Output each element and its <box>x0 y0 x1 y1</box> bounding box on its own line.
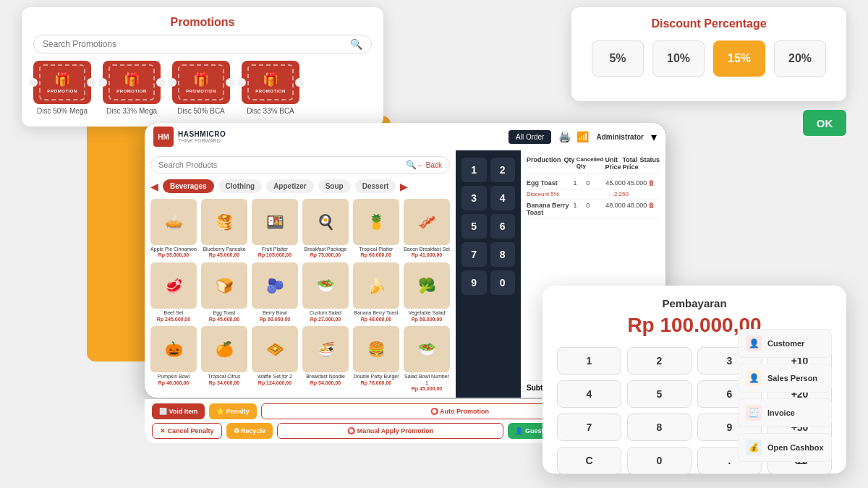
pay-num-btn-0[interactable]: 1 <box>557 347 621 374</box>
cancel-penalty-btn[interactable]: ✕ Cancel Penalty <box>152 423 222 439</box>
numpad-btn-0[interactable]: 0 <box>490 270 516 295</box>
numpad-section: 1234567890 <box>456 150 521 398</box>
pay-side-icon-1: 👤 <box>746 370 762 386</box>
product-card-3[interactable]: 🍳 Breakfast Package Rp 75.000,00 <box>302 199 349 258</box>
cat-clothing[interactable]: Clothing <box>218 179 263 193</box>
cat-beverages[interactable]: Beverages <box>163 179 214 193</box>
pay-num-btn-1[interactable]: 2 <box>627 347 692 374</box>
payment-title: Pembayaran <box>557 297 832 309</box>
pay-num-btn-13[interactable]: 0 <box>627 447 692 474</box>
numpad-btn-4[interactable]: 4 <box>490 186 516 210</box>
product-card-4[interactable]: 🍍 Tropical Platter Rp 60.000,00 <box>353 199 399 258</box>
order-status-1: 🗑 <box>648 179 660 187</box>
promo-ticket-0: 🎁 PROMOTION <box>33 61 91 104</box>
ok-button[interactable]: OK <box>803 110 846 136</box>
product-card-10[interactable]: 🍌 Banana Berry Toast Rp 48.000,00 <box>353 262 399 322</box>
product-img-11: 🥦 <box>404 262 450 309</box>
numpad-grid: 1234567890 <box>461 158 515 295</box>
product-name-16: Double Patty Burger <box>353 374 399 380</box>
cat-prev-arrow[interactable]: ◀ <box>150 181 158 192</box>
numpad-btn-7[interactable]: 7 <box>461 242 487 267</box>
product-card-9[interactable]: 🥗 Custom Salad Rp 27.000,00 <box>302 262 349 322</box>
col-qty: Qty <box>564 156 575 171</box>
pay-side-btn-0[interactable]: 👤 Customer <box>738 329 832 358</box>
numpad-btn-1[interactable]: 1 <box>461 158 487 182</box>
order-item-name-2: Banana Berry Toast <box>527 202 572 216</box>
product-card-7[interactable]: 🍞 Egg Toast Rp 45.000,00 <box>201 262 247 322</box>
promo-item-1[interactable]: 🎁 PROMOTION Disc 33% Mega <box>103 61 161 115</box>
product-card-12[interactable]: 🎃 Pumpkin Bowl Rp 46.000,00 <box>150 326 197 392</box>
products-section: 🔍 ← Back ◀ Beverages Clothing Appetizer … <box>145 150 456 398</box>
numpad-btn-6[interactable]: 6 <box>490 214 516 239</box>
print-icon[interactable]: 🖨️ <box>558 131 571 142</box>
order-discount-row: Discount 5% -2.250 <box>527 189 660 200</box>
cat-soup[interactable]: Soup <box>318 179 351 193</box>
pay-num-btn-5[interactable]: 5 <box>627 380 692 408</box>
promo-item-label-3: Disc 33% BCA <box>247 107 294 115</box>
product-card-8[interactable]: 🫐 Berry Bowl Rp 60.000,00 <box>252 262 298 322</box>
numpad-btn-3[interactable]: 3 <box>461 186 487 210</box>
cat-dessert[interactable]: Dessert <box>355 179 396 193</box>
promo-item-0[interactable]: 🎁 PROMOTION Disc 50% Mega <box>33 61 91 115</box>
recycle-btn[interactable]: ♻ Recycle <box>226 423 273 439</box>
discount-15-btn[interactable]: 15% <box>713 40 765 77</box>
product-card-13[interactable]: 🍊 Tropical Citrus Rp 34.000,00 <box>201 326 247 392</box>
cat-next-arrow[interactable]: ▶ <box>400 181 408 192</box>
product-card-1[interactable]: 🥞 Blueberry Pancake Rp 45.000,00 <box>201 199 247 258</box>
all-order-btn[interactable]: All Order <box>509 130 551 144</box>
numpad-btn-2[interactable]: 2 <box>490 158 516 182</box>
cat-appetizer[interactable]: Appetizer <box>266 179 314 193</box>
product-card-0[interactable]: 🥧 Apple Pie Cinnamon Rp 55.000,00 <box>150 199 197 258</box>
products-search-input[interactable] <box>158 160 406 169</box>
pay-num-btn-9[interactable]: 8 <box>627 414 692 441</box>
product-card-6[interactable]: 🥩 Beef Set Rp 245.000,00 <box>150 262 197 322</box>
promo-item-2[interactable]: 🎁 PROMOTION Disc 50% BCA <box>172 61 230 115</box>
manual-promotion-btn[interactable]: ⭕ Manual Apply Promotion <box>277 423 503 439</box>
product-name-14: Waffle Set for 2 <box>258 374 292 380</box>
promo-item-3[interactable]: 🎁 PROMOTION Disc 33% BCA <box>242 61 299 115</box>
pay-side-btn-3[interactable]: 💰 Open Cashbox <box>738 433 832 462</box>
food-emoji-4: 🍍 <box>367 213 386 231</box>
pos-header: HM HASHMICRO THINK FORWARD All Order 🖨️ … <box>145 123 665 150</box>
food-emoji-0: 🥧 <box>165 213 183 231</box>
pay-side-icon-2: 🧾 <box>746 405 762 421</box>
pay-num-btn-12[interactable]: C <box>557 447 621 474</box>
promotions-search-bar[interactable]: 🔍 <box>33 35 372 53</box>
discount-10-btn[interactable]: 10% <box>652 40 705 77</box>
pay-side-btns: 👤 Customer 👤 Sales Person 🧾 Invoice 💰 Op… <box>738 329 832 462</box>
wifi-icon: 📶 <box>576 131 589 142</box>
promo-item-label-0: Disc 50% Mega <box>37 107 88 115</box>
pay-side-label-2: Invoice <box>767 408 795 417</box>
product-card-15[interactable]: 🍜 Breakfast Noodle Rp 54.000,00 <box>302 326 349 392</box>
promotions-search-icon: 🔍 <box>350 38 362 50</box>
product-card-5[interactable]: 🥓 Bacon Breakfast Set Rp 41.000,00 <box>404 199 450 258</box>
discount-5-btn[interactable]: 5% <box>592 40 644 77</box>
product-price-8: Rp 60.000,00 <box>260 317 290 322</box>
pos-logo-text: HASHMICRO THINK FORWARD <box>178 130 226 143</box>
product-card-16[interactable]: 🍔 Double Patty Burger Rp 78.000,00 <box>353 326 399 392</box>
product-price-5: Rp 41.000,00 <box>412 252 442 257</box>
back-link[interactable]: ← Back <box>417 161 442 169</box>
numpad-btn-8[interactable]: 8 <box>490 242 516 267</box>
products-search-bar[interactable]: 🔍 ← Back <box>150 156 450 174</box>
product-img-0: 🥧 <box>150 199 197 245</box>
penalty-btn[interactable]: ⭐ Penalty <box>209 403 257 419</box>
order-unit-1: 45.000 <box>605 179 626 187</box>
product-name-13: Tropical Citrus <box>208 374 241 380</box>
food-emoji-9: 🥗 <box>317 277 335 294</box>
promo-item-label-1: Disc 33% Mega <box>106 107 157 115</box>
pay-side-btn-1[interactable]: 👤 Sales Person <box>738 364 832 393</box>
pay-num-btn-4[interactable]: 4 <box>557 380 621 408</box>
numpad-btn-5[interactable]: 5 <box>461 214 487 239</box>
pay-side-icon-3: 💰 <box>746 440 762 455</box>
discount-20-btn[interactable]: 20% <box>774 40 826 77</box>
product-card-11[interactable]: 🥦 Vegetable Salad Rp 68.000,00 <box>404 262 450 322</box>
numpad-btn-9[interactable]: 9 <box>461 270 487 295</box>
pay-num-btn-8[interactable]: 7 <box>557 414 621 441</box>
promotions-search-input[interactable] <box>43 39 350 49</box>
product-card-2[interactable]: 🍱 Fruit Platter Rp 105.000,00 <box>252 199 298 258</box>
pay-side-btn-2[interactable]: 🧾 Invoice <box>738 398 832 427</box>
product-card-17[interactable]: 🥗 Salad Bowl Number 1 Rp 45.000,00 <box>404 326 450 392</box>
product-card-14[interactable]: 🧇 Waffle Set for 2 Rp 124.000,00 <box>252 326 298 392</box>
void-item-btn[interactable]: ⬜ Void Item <box>152 403 205 419</box>
